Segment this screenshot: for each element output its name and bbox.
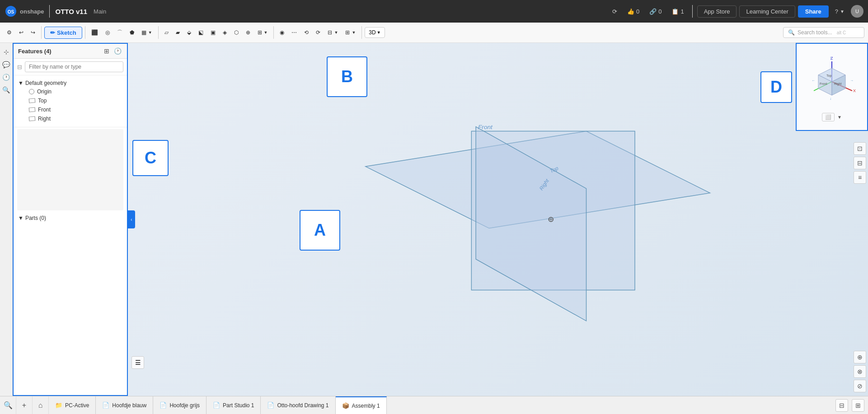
toolbar-btn-7[interactable]: ▰ xyxy=(173,27,183,38)
toolbar-btn-1[interactable]: ⬛ xyxy=(88,27,101,38)
toolbar-btn-15[interactable]: ◉ xyxy=(277,27,287,38)
tab-otto-drawing[interactable]: 📄 Otto-hoofd Drawing 1 xyxy=(261,396,335,414)
toolbar-divider-3 xyxy=(158,26,159,39)
toolbar-btn-12[interactable]: ⬡ xyxy=(231,27,242,38)
toolbar-btn-19[interactable]: ⊟ ▼ xyxy=(324,27,341,38)
viewport-icon-2[interactable]: ⊗ xyxy=(854,365,866,378)
links-button[interactable]: 🔗 0 xyxy=(646,6,665,17)
plane-front-icon xyxy=(29,107,36,112)
top-navigation: OS onshape OTTO v11 Main ⟳ 👍 0 🔗 0 📋 1 A… xyxy=(0,0,868,23)
viewport-icon-3[interactable]: ⊘ xyxy=(854,380,866,392)
nav-divider xyxy=(49,5,50,18)
toolbar-btn-17[interactable]: ⟲ xyxy=(301,27,312,38)
toolbar-divider-2 xyxy=(85,26,85,39)
tb-icon-20-chevron: ▼ xyxy=(352,30,356,35)
tab-assembly-1[interactable]: 📦 Assembly 1 xyxy=(336,396,387,414)
toolbar-btn-13[interactable]: ⊕ xyxy=(243,27,253,38)
main-toolbar: ⚙ ↩ ↪ ✏ Sketch ⬛ ◎ ⌒ ⬟ ▦ ▼ ▱ ▰ ⬙ ⬕ ▣ ◈ ⬡… xyxy=(0,23,868,43)
toolbar-btn-20[interactable]: ⊞ ▼ xyxy=(342,27,359,38)
tree-item-origin[interactable]: Origin xyxy=(18,87,122,96)
undo-button[interactable]: ↩ xyxy=(16,27,27,38)
activity-button[interactable]: ⟳ xyxy=(609,6,621,17)
bottom-add-button[interactable]: + xyxy=(16,396,33,414)
learning-center-button[interactable]: Learning Center xyxy=(739,5,795,18)
svg-text:OS: OS xyxy=(8,9,14,14)
toolbar-btn-8[interactable]: ⬙ xyxy=(184,27,194,38)
tb-icon-5: ▦ xyxy=(141,29,146,36)
app-store-button[interactable]: App Store xyxy=(697,5,737,18)
features-add-button[interactable]: ⊞ xyxy=(103,47,110,56)
tab-part-studio-1[interactable]: 📄 Part Studio 1 xyxy=(206,396,261,414)
right-icon-2[interactable]: ⊟ xyxy=(854,157,866,169)
cube-home-button[interactable]: ⬜ xyxy=(822,113,835,121)
bottom-icon-2[interactable]: ⊞ xyxy=(852,399,864,412)
toolbar-btn-9[interactable]: ⬕ xyxy=(195,27,206,38)
toolbar-btn-14[interactable]: ⊞ ▼ xyxy=(254,27,271,38)
parts-header[interactable]: ▼ Parts (0) xyxy=(18,214,122,222)
svg-text:X: X xyxy=(853,88,856,93)
bottom-icon-1[interactable]: ⊟ xyxy=(835,399,848,412)
likes-count: 0 xyxy=(636,8,639,15)
toolbar-btn-3[interactable]: ⌒ xyxy=(114,27,126,39)
left-icon-history[interactable]: 🕐 xyxy=(1,72,12,83)
tb-icon-10: ▣ xyxy=(211,29,216,36)
tab-hoofdje-grijs[interactable]: 📄 Hoofdje grijs xyxy=(153,396,206,414)
tb-icon-15: ◉ xyxy=(280,29,284,36)
docs-count: 1 xyxy=(680,8,684,15)
tab-otto-drawing-label: Otto-hoofd Drawing 1 xyxy=(277,402,328,409)
undo-icon: ↩ xyxy=(19,29,23,36)
tab-pc-active[interactable]: 📁 PC-Active xyxy=(49,396,96,414)
toolbar-btn-4[interactable]: ⬟ xyxy=(127,27,137,38)
viewport[interactable]: ☰ Front Top Right A B xyxy=(128,43,868,396)
toolbar-settings-button[interactable]: ⚙ xyxy=(4,27,15,38)
bottom-right-icons: ⊟ ⊞ xyxy=(832,399,868,412)
share-button[interactable]: Share xyxy=(798,5,829,18)
tab-pc-active-label: PC-Active xyxy=(65,402,89,409)
toolbar-btn-5[interactable]: ▦ ▼ xyxy=(138,27,155,38)
left-icon-comment[interactable]: 💬 xyxy=(1,59,12,70)
avatar[interactable]: U xyxy=(851,5,863,18)
view-3d-selector[interactable]: 3D ▼ xyxy=(365,27,385,38)
toolbar-btn-11[interactable]: ◈ xyxy=(220,27,230,38)
features-filter-input[interactable] xyxy=(25,61,123,72)
view-3d-chevron: ▼ xyxy=(377,30,381,35)
toolbar-divider-1 xyxy=(41,26,42,39)
redo-button[interactable]: ↪ xyxy=(28,27,38,38)
likes-button[interactable]: 👍 0 xyxy=(624,6,643,17)
right-icon-1[interactable]: ⊡ xyxy=(854,142,866,155)
left-icon-search[interactable]: 🔍 xyxy=(1,84,12,95)
bottom-home-button[interactable]: ⌂ xyxy=(33,396,49,414)
features-history-button[interactable]: 🕐 xyxy=(113,47,122,56)
tree-item-top[interactable]: Top xyxy=(18,96,122,105)
panel-collapse-button[interactable]: ‹ xyxy=(128,210,135,228)
redo-icon: ↪ xyxy=(31,29,35,36)
toolbar-btn-6[interactable]: ▱ xyxy=(161,27,172,38)
pencil-icon: ✏ xyxy=(50,29,55,36)
right-side-icons: ⊡ ⊟ ≡ xyxy=(854,142,866,184)
annotation-c: C xyxy=(132,140,169,176)
toolbar-btn-2[interactable]: ◎ xyxy=(102,27,113,38)
left-icon-cursor[interactable]: ⊹ xyxy=(1,47,12,57)
search-tools-box[interactable]: 🔍 Search tools... alt C xyxy=(783,27,864,38)
default-geometry-header[interactable]: ▼ Default geometry xyxy=(18,79,122,87)
help-button[interactable]: ? ▼ xyxy=(831,6,848,17)
tree-item-right[interactable]: Right xyxy=(18,114,122,123)
tb-icon-18: ⟳ xyxy=(316,29,320,36)
toolbar-btn-16[interactable]: ⋯ xyxy=(288,27,300,38)
tree-item-front[interactable]: Front xyxy=(18,105,122,114)
sketch-label: Sketch xyxy=(57,29,76,36)
top-label: Top xyxy=(38,98,47,104)
sketch-button[interactable]: ✏ Sketch xyxy=(44,27,82,39)
bottom-search-button[interactable]: 🔍 xyxy=(0,396,16,414)
view-cube-panel[interactable]: D Z X Top Front Right xyxy=(796,43,868,131)
settings-icon: ⚙ xyxy=(7,29,12,36)
toolbar-btn-18[interactable]: ⟳ xyxy=(313,27,324,38)
tab-hoofdje-blauw[interactable]: 📄 Hoofdje blauw xyxy=(96,396,153,414)
right-icon-3[interactable]: ≡ xyxy=(854,171,866,184)
docs-button[interactable]: 📋 1 xyxy=(668,6,687,17)
viewport-icon-1[interactable]: ⊕ xyxy=(854,351,866,363)
toolbar-divider-4 xyxy=(273,26,274,39)
toolbar-btn-10[interactable]: ▣ xyxy=(207,27,219,38)
viewport-list-button[interactable]: ☰ xyxy=(131,356,144,369)
part-icon-3: 📄 xyxy=(213,402,220,409)
